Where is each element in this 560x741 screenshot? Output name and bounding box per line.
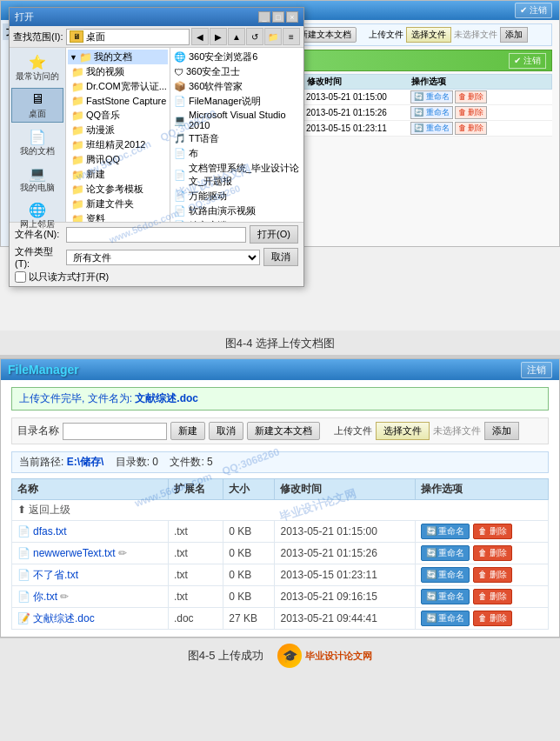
dir-toolbar: 目录名称 新建 取消 新建文本文档 上传文件 选择文件 未选择文件 添加: [11, 417, 549, 444]
content-item-browser[interactable]: 🌐360安全浏览器6: [172, 50, 302, 64]
back-link[interactable]: ⬆ 返回上级: [12, 500, 549, 521]
bottom-caption-bar: 图4-5 上传成功 🎓 毕业设计论文网: [0, 638, 560, 673]
cancel-btn[interactable]: 取消: [263, 248, 298, 266]
up-btn[interactable]: ▲: [228, 28, 245, 45]
bg-fm-logout-btn[interactable]: ✔ 注销: [515, 3, 552, 18]
delete-btn[interactable]: 🗑 删除: [473, 524, 512, 539]
content-item-tt[interactable]: 🎵TT语音: [172, 131, 302, 146]
bg-add-btn[interactable]: 添加: [500, 27, 528, 43]
delete-btn[interactable]: 🗑 删除: [473, 545, 512, 561]
tree-item-banzujingling[interactable]: 📁班组精灵2012: [68, 137, 168, 152]
file-ext: .txt: [168, 586, 223, 608]
delete-btn[interactable]: 🗑 删除: [473, 589, 512, 604]
dialog-title: 打开: [15, 10, 34, 23]
tree-item-documents[interactable]: ▼📁我的文档: [68, 50, 168, 64]
edit-icon: ✏: [118, 547, 127, 559]
sidebar-recent[interactable]: ⭐ 最常访问的: [11, 51, 63, 84]
content-item-fm-doc[interactable]: 📄FileManager说明: [172, 94, 302, 109]
delete-btn[interactable]: 🗑 删除: [473, 567, 512, 583]
action-cell: 🔄 重命名 🗑 删除: [421, 589, 543, 604]
edit-icon-2: ✏: [60, 591, 69, 603]
file-count: 5: [207, 456, 213, 468]
txt-file-icon: 📄: [17, 547, 30, 559]
rename-btn[interactable]: 🔄 重命名: [421, 545, 470, 561]
back-btn[interactable]: ◀: [191, 28, 209, 45]
sidebar-recent-label: 最常访问的: [16, 70, 59, 83]
dir-name-input[interactable]: [63, 423, 167, 440]
dialog-minimize-btn[interactable]: _: [258, 11, 270, 23]
refresh-btn[interactable]: ↺: [246, 28, 263, 45]
tree-item-qqmusic[interactable]: 📁QQ音乐: [68, 108, 168, 123]
file-link-dfas[interactable]: dfas.txt: [33, 525, 67, 537]
content-item-bu[interactable]: 📄布: [172, 146, 302, 161]
file-link-newwerwe[interactable]: newwerweText.txt: [33, 547, 116, 559]
open-btn[interactable]: 打开(O): [250, 225, 298, 244]
computer-icon: 💻: [27, 164, 48, 182]
new-text-doc-btn[interactable]: 新建文本文档: [247, 422, 320, 440]
folder-icon: 🖥: [70, 30, 83, 43]
sidebar-desktop[interactable]: 🖥 桌面: [11, 88, 63, 123]
tree-item-drcom[interactable]: 📁Dr.COM宽带认证...: [68, 79, 168, 94]
view-btn[interactable]: ≡: [283, 28, 300, 45]
tree-item-reference[interactable]: 📁论文参考模板: [68, 182, 168, 197]
no-file-text: 未选择文件: [433, 424, 481, 437]
rename-btn[interactable]: 🔄 重命名: [421, 589, 470, 604]
forward-btn[interactable]: ▶: [210, 28, 227, 45]
dialog-sidebar: ⭐ 最常访问的 🖥 桌面 📄 我的文档 💻 我的电脑 🌐 网上邻居: [10, 48, 66, 222]
tree-item-video[interactable]: 📁我的视频: [68, 64, 168, 79]
tree-item-tencentqq[interactable]: 📁腾讯QQ: [68, 152, 168, 167]
content-item-video[interactable]: 📄软路由演示视频: [172, 204, 302, 218]
file-count-label: 文件数:: [170, 456, 207, 468]
tree-item-newfolder[interactable]: 📁新建文件夹: [68, 197, 168, 211]
location-label: 查找范围(I):: [13, 30, 63, 43]
dialog-body: ⭐ 最常访问的 🖥 桌面 📄 我的文档 💻 我的电脑 🌐 网上邻居: [10, 48, 303, 222]
tree-item-new[interactable]: 📁新建: [68, 167, 168, 182]
add-upload-btn[interactable]: 添加: [484, 422, 519, 440]
content-item-vs2010[interactable]: 💻Microsoft Visual Studio 2010: [172, 109, 302, 131]
content-item-client[interactable]: 📄精客户端: [172, 218, 302, 222]
fm-logout-btn[interactable]: 注销: [521, 362, 552, 378]
fm-header: FileManager 注销: [1, 359, 559, 380]
rename-btn[interactable]: 🔄 重命名: [421, 567, 470, 583]
tree-item-faststone[interactable]: 📁FastStone Capture: [68, 94, 168, 108]
filetype-select[interactable]: 所有文件: [66, 250, 260, 265]
new-dir-btn[interactable]: 新建: [170, 422, 205, 440]
filename-input[interactable]: [66, 227, 246, 243]
cancel-dir-btn[interactable]: 取消: [209, 422, 243, 440]
th-size: 大小: [223, 479, 275, 500]
new-folder-btn[interactable]: 📁: [264, 28, 282, 45]
dialog-maximize-btn[interactable]: □: [272, 11, 284, 23]
file-link-wenxian[interactable]: 文献综述.doc: [33, 612, 95, 624]
sidebar-computer-label: 我的电脑: [20, 182, 55, 194]
sidebar-documents[interactable]: 📄 我的文档: [11, 126, 63, 159]
table-row-back: ⬆ 返回上级: [12, 500, 549, 521]
content-item-dms[interactable]: 📄文档管理系统_毕业设计论文_开题报: [172, 161, 302, 189]
file-link-ni[interactable]: 你.txt: [33, 591, 57, 603]
delete-btn[interactable]: 🗑 删除: [473, 611, 512, 626]
table-row: 📄dfas.txt .txt 0 KB 2013-05-21 01:15:00 …: [12, 521, 549, 543]
documents-icon: 📄: [27, 128, 48, 145]
content-item-360guard[interactable]: 🛡360安全卫士: [172, 64, 302, 79]
choose-file-btn[interactable]: 选择文件: [376, 422, 430, 440]
rename-btn[interactable]: 🔄 重命名: [421, 611, 470, 626]
bg-header-modified: 修改时间: [307, 76, 411, 88]
sidebar-computer[interactable]: 💻 我的电脑: [11, 163, 63, 196]
sidebar-documents-label: 我的文档: [20, 145, 55, 157]
file-link-buliaosheng[interactable]: 不了省.txt: [33, 569, 78, 581]
upload-success-filename: 文献综述.doc: [135, 392, 198, 404]
dialog-main: ▼📁我的文档 📁我的视频 📁Dr.COM宽带认证... 📁FastStone C…: [66, 48, 303, 222]
bg-choose-btn[interactable]: 选择文件: [406, 27, 451, 43]
path-label: 当前路径:: [19, 456, 67, 468]
tree-item-dongman[interactable]: 📁动漫派: [68, 123, 168, 137]
th-modified: 修改时间: [275, 479, 415, 500]
upload-label: 上传文件: [334, 424, 372, 437]
readonly-checkbox[interactable]: [15, 271, 26, 283]
content-item-driver[interactable]: 📄万能驱动: [172, 189, 302, 204]
file-open-dialog[interactable]: 打开 _ □ × 查找范围(I): 🖥 桌面 ◀ ▶ ▲ ↺ 📁 ≡: [9, 7, 304, 287]
tree-item-materials[interactable]: 📁资料: [68, 211, 168, 222]
txt-file-icon: 📄: [17, 569, 30, 581]
logo-badge: 🎓 毕业设计论文网: [277, 644, 372, 668]
rename-btn[interactable]: 🔄 重命名: [421, 524, 470, 539]
content-item-360soft[interactable]: 📦360软件管家: [172, 79, 302, 94]
dialog-close-btn[interactable]: ×: [286, 11, 298, 23]
